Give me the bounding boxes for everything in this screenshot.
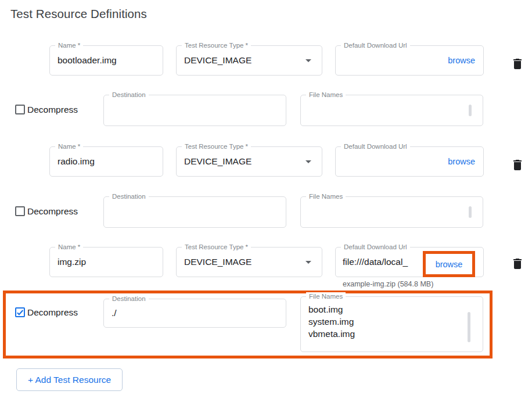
browse-highlight-box: browse (423, 251, 475, 277)
trash-icon (511, 256, 524, 271)
delete-resource-button[interactable] (511, 157, 524, 173)
chevron-down-icon (305, 59, 311, 62)
scrollbar-thumb[interactable] (469, 105, 472, 116)
download-url-field[interactable]: Default Download Url browse (335, 146, 484, 177)
decompress-checkbox[interactable] (15, 307, 25, 317)
browse-link[interactable]: browse (448, 56, 475, 65)
name-field[interactable]: Name * radio.img (49, 146, 163, 177)
url-label: Default Download Url (341, 243, 410, 252)
type-value: DEVICE_IMAGE (184, 257, 251, 267)
destination-label: Destination (109, 192, 149, 201)
destination-field[interactable]: Destination ./ (103, 299, 286, 328)
browse-link[interactable]: browse (448, 157, 475, 166)
name-value: img.zip (57, 257, 86, 267)
scrollbar-thumb[interactable] (469, 206, 472, 218)
destination-value: ./ (112, 308, 117, 318)
type-label: Test Resource Type * (182, 243, 251, 252)
add-test-resource-button[interactable]: + Add Test Resource (16, 368, 123, 391)
name-field[interactable]: Name * img.zip (49, 247, 163, 277)
destination-field[interactable]: Destination (103, 95, 286, 126)
decompress-label: Decompress (27, 307, 78, 318)
url-label: Default Download Url (341, 41, 410, 50)
delete-resource-button[interactable] (511, 56, 524, 71)
type-label: Test Resource Type * (182, 142, 251, 151)
chevron-down-icon (305, 160, 311, 163)
name-label: Name * (55, 243, 83, 252)
file-names-label: File Names (306, 91, 346, 99)
destination-label: Destination (109, 295, 149, 303)
name-label: Name * (55, 41, 83, 50)
page-title: Test Resource Definitions (10, 7, 147, 21)
scrollbar-thumb[interactable] (468, 312, 470, 342)
name-value: radio.img (57, 156, 95, 167)
file-names-value: boot.img system.img vbmeta.img (308, 303, 355, 340)
type-label: Test Resource Type * (182, 41, 251, 50)
file-names-field[interactable]: File Names boot.img system.img vbmeta.im… (300, 296, 483, 352)
decompress-label: Decompress (27, 105, 78, 115)
file-size-caption: example-img.zip (584.8 MB) (343, 280, 433, 288)
chevron-down-icon (305, 261, 311, 264)
name-field[interactable]: Name * bootloader.img (49, 45, 163, 76)
url-value: file:///data/local_ (343, 257, 419, 267)
browse-link[interactable]: browse (436, 260, 463, 269)
download-url-field[interactable]: Default Download Url browse (335, 45, 484, 76)
type-value: DEVICE_IMAGE (184, 156, 251, 167)
type-value: DEVICE_IMAGE (184, 55, 251, 66)
trash-icon (511, 56, 524, 71)
url-label: Default Download Url (341, 142, 410, 151)
test-resource-definitions-panel: Test Resource Definitions Name * bootloa… (0, 0, 532, 398)
name-value: bootloader.img (57, 55, 117, 66)
file-names-label: File Names (306, 192, 346, 201)
trash-icon (511, 157, 524, 173)
decompress-checkbox[interactable] (15, 206, 25, 216)
file-names-field[interactable]: File Names (300, 95, 483, 126)
checkmark-icon (16, 309, 24, 316)
file-names-field[interactable]: File Names (300, 196, 483, 228)
resource-type-select[interactable]: Test Resource Type * DEVICE_IMAGE (176, 247, 322, 277)
decompress-label: Decompress (27, 206, 78, 217)
download-url-field[interactable]: Default Download Url file:///data/local_… (335, 247, 484, 277)
resource-type-select[interactable]: Test Resource Type * DEVICE_IMAGE (176, 146, 322, 177)
decompress-checkbox[interactable] (15, 105, 25, 114)
delete-resource-button[interactable] (511, 256, 524, 271)
resource-type-select[interactable]: Test Resource Type * DEVICE_IMAGE (176, 45, 322, 76)
destination-label: Destination (109, 91, 149, 99)
name-label: Name * (55, 142, 83, 151)
file-names-label: File Names (306, 292, 346, 301)
destination-field[interactable]: Destination (103, 196, 286, 228)
